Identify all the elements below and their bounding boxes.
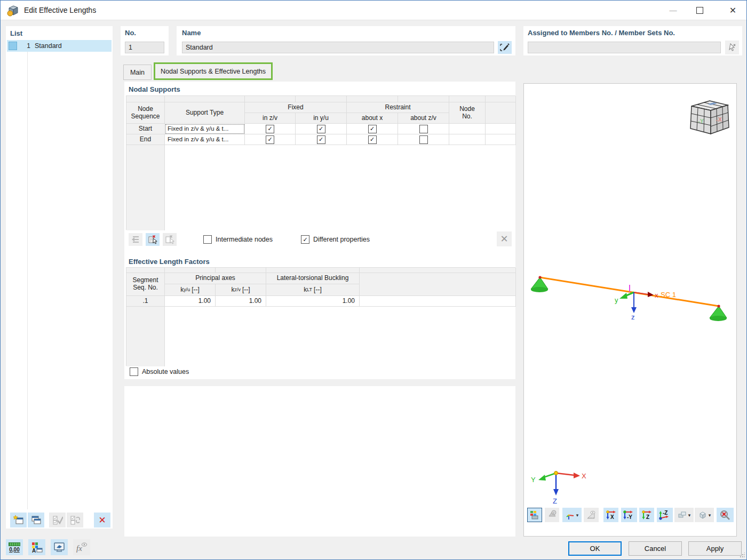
view-z-button[interactable]: Z <box>639 508 654 522</box>
cancel-zoom-button[interactable] <box>717 508 734 522</box>
list-item-name: Standard <box>35 42 62 50</box>
rename-button[interactable] <box>498 41 512 54</box>
zoom-cancel-icon <box>719 510 731 521</box>
checkbox-fixed-in-zv-end[interactable] <box>266 135 274 144</box>
row-header-start: Start <box>126 124 165 134</box>
display-colors-button[interactable]: A <box>28 539 45 555</box>
assigned-input[interactable] <box>528 42 721 53</box>
kyu-value-cell[interactable]: 1.00 <box>165 296 216 307</box>
minimize-icon[interactable]: — <box>661 1 685 20</box>
svg-text:-Z: -Z <box>663 510 667 516</box>
view-minus-y-button[interactable]: -Y <box>621 508 637 522</box>
clear-table-button[interactable]: ✕ <box>497 231 512 246</box>
formula-button[interactable]: fx <box>73 539 90 555</box>
viewer-panel[interactable]: x y z SC 1 X Y Z <box>523 83 737 537</box>
svg-text:X: X <box>610 514 614 520</box>
cell <box>347 124 398 134</box>
close-icon[interactable]: ✕ <box>721 1 745 20</box>
cell <box>360 296 516 307</box>
global-axes: X Y Z <box>531 471 586 506</box>
checkbox-restraint-about-x-end[interactable] <box>368 135 377 144</box>
ok-button-label: OK <box>590 545 600 553</box>
absolute-values-control[interactable]: Absolute values <box>130 367 189 376</box>
render-mode-dropdown[interactable]: ▾ <box>674 508 694 522</box>
intermediate-nodes-control[interactable]: Intermediate nodes <box>203 235 273 244</box>
row-header-strip <box>126 307 165 366</box>
header-extra <box>360 273 516 296</box>
view-x-icon: X <box>605 510 617 521</box>
select-all-button[interactable] <box>49 513 66 527</box>
cell <box>398 124 449 134</box>
dropdown-arrow-icon: ▾ <box>576 513 579 518</box>
support-type-cell-start[interactable]: Fixed in z/v & y/u & t... <box>165 124 245 134</box>
show-info-button[interactable]: i <box>545 508 559 522</box>
app-icon <box>7 4 19 17</box>
delete-support-button[interactable] <box>146 233 160 246</box>
assigned-panel: Assigned to Members No. / Member Sets No… <box>523 26 742 55</box>
checkbox-restraint-about-x-start[interactable] <box>368 125 377 133</box>
view-minus-z-button[interactable]: -Z <box>657 508 673 522</box>
edit-effective-lengths-dialog: Edit Effective Lengths — ✕ List 1 Standa… <box>0 0 747 560</box>
header-about-zv: about z/v <box>398 113 449 124</box>
view-z-icon: Z <box>641 510 653 521</box>
support-type-cell-end[interactable]: Fixed in z/v & y/u & t... <box>165 134 245 145</box>
checkbox-restraint-about-zv-end[interactable] <box>419 135 428 144</box>
checkbox-restraint-about-zv-start[interactable] <box>419 125 428 133</box>
header-in-zv: in z/v <box>245 113 296 124</box>
different-properties-checkbox[interactable] <box>301 235 309 244</box>
apply-button-label: Apply <box>706 545 724 553</box>
new-item-button[interactable] <box>10 513 27 527</box>
viewer-canvas[interactable]: x y z SC 1 X Y Z <box>524 84 736 536</box>
navigation-cube[interactable]: -Y -X <box>684 95 732 137</box>
kzv-value-cell[interactable]: 1.00 <box>216 296 266 307</box>
intermediate-nodes-checkbox[interactable] <box>203 235 212 244</box>
invert-selection-button[interactable] <box>67 513 83 527</box>
table-spacer-cell <box>347 96 398 102</box>
display-properties-button[interactable] <box>527 508 542 522</box>
member-label: SC 1 <box>661 291 676 299</box>
delete-all-supports-button[interactable] <box>163 233 177 246</box>
nodal-support-symbol-right <box>710 305 727 321</box>
measure-button[interactable] <box>584 508 599 522</box>
table-spacer-cell <box>165 96 245 102</box>
insert-intermediate-node-button[interactable] <box>129 233 142 246</box>
checkbox-fixed-in-yu-start[interactable] <box>317 125 325 133</box>
pick-members-button[interactable] <box>725 41 739 54</box>
delete-item-button[interactable]: ✕ <box>94 513 110 527</box>
cancel-button[interactable]: Cancel <box>629 541 682 556</box>
table-spacer-cell <box>126 268 165 273</box>
checkbox-fixed-in-zv-start[interactable] <box>266 125 274 133</box>
tab-nodal-supports[interactable]: Nodal Supports & Effective Lengths <box>154 62 273 80</box>
title-bar[interactable]: Edit Effective Lengths — ✕ <box>1 1 746 20</box>
cell <box>296 134 347 145</box>
maximize-icon[interactable] <box>688 1 712 20</box>
view-x-button[interactable]: X <box>603 508 618 522</box>
apply-button[interactable]: Apply <box>688 541 742 556</box>
different-properties-control[interactable]: Different properties <box>301 235 370 244</box>
ok-button[interactable]: OK <box>568 541 622 556</box>
table-spacer-cell <box>266 268 360 273</box>
axes-display-dropdown[interactable]: ▾ <box>562 508 582 522</box>
node-no-cell-start[interactable] <box>449 124 486 134</box>
ruler-eye-icon <box>586 510 597 520</box>
checkbox-fixed-in-yu-end[interactable] <box>317 135 325 144</box>
units-settings-button[interactable]: 0,00 <box>6 539 23 555</box>
local-axis-x-label: x <box>655 291 658 299</box>
node-no-cell-end[interactable] <box>449 134 486 145</box>
name-input[interactable]: Standard <box>182 42 494 53</box>
copy-item-button[interactable] <box>28 513 44 527</box>
klt-value-cell[interactable]: 1.00 <box>266 296 360 307</box>
nodal-supports-table: NodeSequence Support Type Fixed in z/v i… <box>126 95 515 230</box>
local-axis-y-label: y <box>615 296 618 304</box>
no-panel: No. 1 <box>121 26 169 55</box>
list-item[interactable]: 1 Standard <box>7 40 112 52</box>
resize-grip[interactable] <box>740 553 745 558</box>
display-colors-icon: A <box>31 541 43 553</box>
screen-capture-button[interactable] <box>51 539 68 555</box>
absolute-values-checkbox[interactable] <box>130 367 138 376</box>
cancel-button-label: Cancel <box>645 545 666 553</box>
tab-main[interactable]: Main <box>123 65 152 80</box>
no-input[interactable]: 1 <box>125 42 164 53</box>
bounding-box-dropdown[interactable]: ▾ <box>695 508 714 522</box>
clear-x-icon: ✕ <box>500 233 508 245</box>
